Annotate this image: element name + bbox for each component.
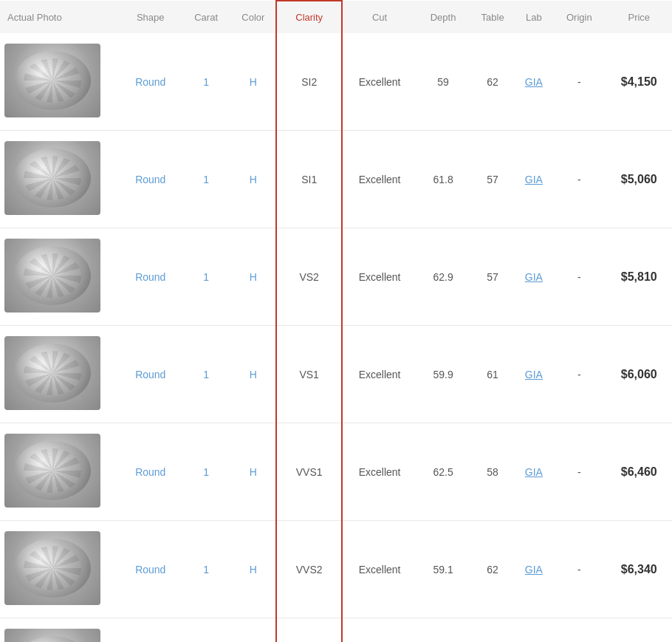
lab-cell[interactable]: GIA <box>515 228 552 326</box>
diamond-photo <box>4 629 100 642</box>
table-row: Round 1 H IF Excellent 62.2 60 GIA - $6,… <box>0 618 672 643</box>
clarity-cell: VS1 <box>276 326 342 423</box>
price-cell: $5,060 <box>606 131 672 228</box>
price-cell: $5,810 <box>606 228 672 326</box>
diamond-photo <box>4 531 100 605</box>
col-header-cut: Cut <box>342 1 416 33</box>
photo-cell[interactable] <box>0 33 120 131</box>
photo-cell[interactable] <box>0 228 120 326</box>
carat-cell: 1 <box>182 228 231 326</box>
table-val-cell: 60 <box>470 618 515 643</box>
color-cell: H <box>231 521 276 618</box>
depth-cell: 62.9 <box>416 228 470 326</box>
diamond-photo <box>4 336 100 410</box>
table-val-cell: 62 <box>470 521 515 618</box>
table-row: Round 1 H VS1 Excellent 59.9 61 GIA - $6… <box>0 326 672 423</box>
col-header-table: Table <box>470 1 515 33</box>
clarity-cell: VVS1 <box>276 423 342 521</box>
carat-cell: 1 <box>182 423 231 521</box>
lab-cell[interactable]: GIA <box>515 33 552 131</box>
depth-cell: 59 <box>416 33 470 131</box>
photo-cell[interactable] <box>0 326 120 423</box>
lab-cell[interactable]: GIA <box>515 521 552 618</box>
carat-cell: 1 <box>182 33 231 131</box>
cut-cell: Excellent <box>342 131 416 228</box>
cut-cell: Excellent <box>342 521 416 618</box>
table-row: Round 1 H VS2 Excellent 62.9 57 GIA - $5… <box>0 228 672 326</box>
color-cell: H <box>231 423 276 521</box>
photo-cell[interactable] <box>0 131 120 228</box>
shape-cell: Round <box>120 33 182 131</box>
cut-cell: Excellent <box>342 618 416 643</box>
col-header-photo: Actual Photo <box>0 1 120 33</box>
depth-cell: 62.2 <box>416 618 470 643</box>
origin-cell: - <box>552 521 606 618</box>
col-header-carat: Carat <box>182 1 231 33</box>
origin-cell: - <box>552 423 606 521</box>
col-header-lab: Lab <box>515 1 552 33</box>
origin-cell: - <box>552 228 606 326</box>
table-row: Round 1 H SI1 Excellent 61.8 57 GIA - $5… <box>0 131 672 228</box>
table-val-cell: 61 <box>470 326 515 423</box>
photo-cell[interactable] <box>0 618 120 643</box>
table-row: Round 1 H VVS2 Excellent 59.1 62 GIA - $… <box>0 521 672 618</box>
clarity-cell: IF <box>276 618 342 643</box>
carat-cell: 1 <box>182 521 231 618</box>
table-val-cell: 57 <box>470 131 515 228</box>
table-val-cell: 57 <box>470 228 515 326</box>
cut-cell: Excellent <box>342 228 416 326</box>
diamond-photo <box>4 44 100 117</box>
shape-cell: Round <box>120 618 182 643</box>
diamond-photo <box>4 434 100 508</box>
photo-cell[interactable] <box>0 423 120 521</box>
col-header-color: Color <box>231 1 276 33</box>
color-cell: H <box>231 618 276 643</box>
origin-cell: - <box>552 33 606 131</box>
color-cell: H <box>231 228 276 326</box>
col-header-origin: Origin <box>552 1 606 33</box>
table-row: Round 1 H SI2 Excellent 59 62 GIA - $4,1… <box>0 33 672 131</box>
carat-cell: 1 <box>182 131 231 228</box>
cut-cell: Excellent <box>342 326 416 423</box>
shape-cell: Round <box>120 131 182 228</box>
shape-cell: Round <box>120 326 182 423</box>
col-header-clarity: Clarity <box>276 1 342 33</box>
origin-cell: - <box>552 131 606 228</box>
shape-cell: Round <box>120 521 182 618</box>
color-cell: H <box>231 326 276 423</box>
shape-cell: Round <box>120 228 182 326</box>
price-cell: $4,150 <box>606 33 672 131</box>
clarity-cell: SI2 <box>276 33 342 131</box>
lab-cell[interactable]: GIA <box>515 618 552 643</box>
table-val-cell: 62 <box>470 33 515 131</box>
color-cell: H <box>231 33 276 131</box>
depth-cell: 59.1 <box>416 521 470 618</box>
table-header-row: Actual Photo Shape Carat Color Clarity C… <box>0 1 672 33</box>
depth-cell: 62.5 <box>416 423 470 521</box>
price-cell: $6,340 <box>606 521 672 618</box>
photo-cell[interactable] <box>0 521 120 618</box>
price-cell: $6,940 <box>606 618 672 643</box>
cut-cell: Excellent <box>342 423 416 521</box>
lab-cell[interactable]: GIA <box>515 326 552 423</box>
carat-cell: 1 <box>182 326 231 423</box>
diamond-photo <box>4 141 100 215</box>
lab-cell[interactable]: GIA <box>515 131 552 228</box>
origin-cell: - <box>552 618 606 643</box>
shape-cell: Round <box>120 423 182 521</box>
clarity-cell: SI1 <box>276 131 342 228</box>
table-val-cell: 58 <box>470 423 515 521</box>
clarity-cell: VVS2 <box>276 521 342 618</box>
color-cell: H <box>231 131 276 228</box>
table-row: Round 1 H VVS1 Excellent 62.5 58 GIA - $… <box>0 423 672 521</box>
diamonds-table: Actual Photo Shape Carat Color Clarity C… <box>0 0 672 642</box>
price-cell: $6,460 <box>606 423 672 521</box>
clarity-cell: VS2 <box>276 228 342 326</box>
depth-cell: 59.9 <box>416 326 470 423</box>
diamond-photo <box>4 239 100 313</box>
cut-cell: Excellent <box>342 33 416 131</box>
lab-cell[interactable]: GIA <box>515 423 552 521</box>
carat-cell: 1 <box>182 618 231 643</box>
origin-cell: - <box>552 326 606 423</box>
col-header-depth: Depth <box>416 1 470 33</box>
